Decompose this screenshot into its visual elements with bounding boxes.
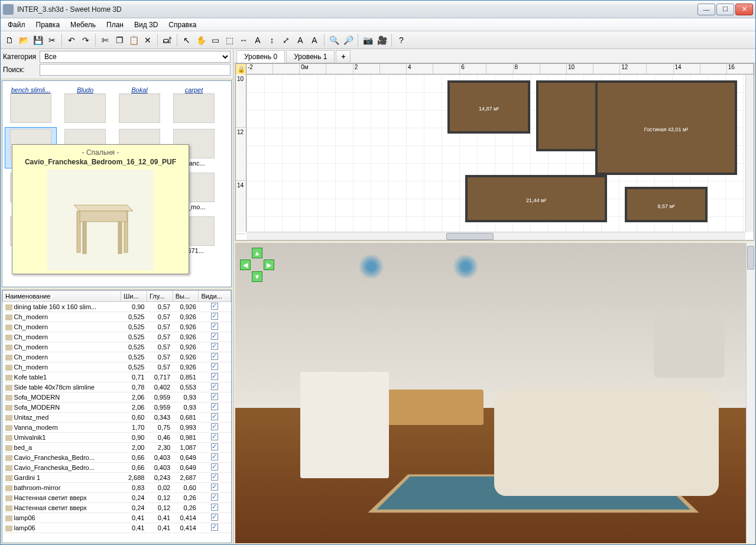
furniture-row[interactable]: Ch_modern0,5250,570,926 [3, 322, 231, 332]
dim2-icon[interactable]: ↕ [265, 34, 278, 47]
visibility-checkbox[interactable] [211, 504, 218, 511]
level-tab[interactable]: Уровень 0 [236, 50, 285, 63]
visibility-checkbox[interactable] [211, 313, 218, 320]
furniture-row[interactable]: dining table 160 x 160 slim...0,900,570,… [3, 302, 231, 312]
3d-view[interactable]: ▲ ▼ ◀ ▶ [235, 243, 754, 543]
3d-scrollbar-v[interactable] [746, 243, 754, 543]
maximize-button[interactable]: ☐ [716, 4, 734, 15]
visibility-checkbox[interactable] [211, 353, 218, 360]
menu-мебель[interactable]: Мебель [66, 20, 100, 30]
menu-справка[interactable]: Справка [164, 20, 201, 30]
plan-canvas[interactable]: 14,87 м²Гостиная 42,01 м²21,44 м²8,57 м² [246, 74, 745, 232]
catalog-item[interactable]: Bokal [113, 83, 166, 125]
furniture-row[interactable]: Umivalnik10,900,460,981 [3, 433, 231, 443]
text-italic-icon[interactable]: A [308, 34, 321, 47]
plan-room[interactable]: 14,87 м² [447, 80, 530, 134]
cut-icon[interactable]: ✄ [99, 34, 112, 47]
visibility-checkbox[interactable] [211, 433, 218, 440]
visibility-checkbox[interactable] [211, 333, 218, 340]
plan-scrollbar-v[interactable] [745, 74, 754, 232]
furniture-row[interactable]: Vanna_modern1,700,750,993 [3, 423, 231, 433]
zoom-out-icon[interactable]: 🔎 [342, 34, 355, 47]
search-input[interactable] [40, 64, 231, 76]
lock-icon[interactable]: 🔒 [236, 64, 246, 74]
preferences-icon[interactable]: ✂ [46, 34, 59, 47]
menu-файл[interactable]: Файл [3, 20, 30, 30]
visibility-checkbox[interactable] [211, 403, 218, 410]
furniture-col-header[interactable]: Наименование [3, 291, 121, 302]
visibility-checkbox[interactable] [211, 473, 218, 481]
visibility-checkbox[interactable] [211, 423, 218, 430]
visibility-checkbox[interactable] [211, 514, 218, 521]
furniture-row[interactable]: Настенная светит вверх0,240,120,26 [3, 493, 231, 503]
furniture-list[interactable]: НаименованиеШи...Глу...Вы...Види... dini… [2, 290, 232, 543]
help-icon[interactable]: ? [395, 34, 408, 47]
create-dimensions-icon[interactable]: ↔ [237, 34, 250, 47]
visibility-checkbox[interactable] [211, 393, 218, 400]
plan-view[interactable]: 🔒 -20м246810121416 101214 14,87 м²Гостин… [235, 63, 754, 241]
menu-вид 3d[interactable]: Вид 3D [129, 20, 163, 30]
furniture-row[interactable]: Unitaz_med0,600,3430,681 [3, 413, 231, 423]
visibility-checkbox[interactable] [211, 524, 218, 531]
furniture-row[interactable]: Ch_modern0,5250,570,926 [3, 352, 231, 362]
furniture-row[interactable]: lamp060,410,410,414 [3, 513, 231, 523]
menu-план[interactable]: План [102, 20, 128, 30]
new-file-icon[interactable]: 🗋 [3, 34, 16, 47]
plan-room[interactable]: 8,57 м² [625, 187, 708, 222]
furniture-row[interactable]: Cavio_Francheska_Bedro...0,660,4030,649 [3, 463, 231, 473]
furniture-col-header[interactable]: Вы... [173, 291, 199, 302]
plan-room[interactable]: Гостиная 42,01 м² [595, 80, 737, 175]
furniture-row[interactable]: Ch_modern0,5250,570,926 [3, 332, 231, 342]
nav-right-button[interactable]: ▶ [264, 259, 274, 270]
furniture-row[interactable]: Sofa_MODERN2,060,9590,93 [3, 403, 231, 413]
furniture-row[interactable]: Ch_modern0,5250,570,926 [3, 342, 231, 352]
video-icon[interactable]: 🎥 [375, 34, 388, 47]
close-button[interactable]: ✕ [735, 4, 753, 15]
furniture-row[interactable]: Gardini 12,6880,2432,687 [3, 473, 231, 483]
dim3-icon[interactable]: ⤢ [280, 34, 293, 47]
create-rooms-icon[interactable]: ⬚ [223, 34, 236, 47]
furniture-col-header[interactable]: Види... [199, 291, 231, 302]
create-walls-icon[interactable]: ▭ [209, 34, 222, 47]
undo-icon[interactable]: ↶ [65, 34, 78, 47]
visibility-checkbox[interactable] [211, 413, 218, 420]
visibility-checkbox[interactable] [211, 323, 218, 330]
redo-icon[interactable]: ↷ [79, 34, 92, 47]
furniture-row[interactable]: bed_a2,002,301,087 [3, 443, 231, 453]
text-bold-icon[interactable]: A [294, 34, 307, 47]
furniture-row[interactable]: Kofe table10,710,7170,851 [3, 372, 231, 382]
furniture-row[interactable]: Cavio_Francheska_Bedro...0,660,4030,649 [3, 453, 231, 463]
furniture-row[interactable]: bathroom-mirror0,830,020,60 [3, 483, 231, 493]
furniture-catalog[interactable]: bench slimli...BludoBokalcarpetCa...Fran… [2, 80, 232, 287]
pan-icon[interactable]: ✋ [194, 34, 207, 47]
furniture-row[interactable]: Настенная светит вверх0,240,120,26 [3, 503, 231, 513]
furniture-row[interactable]: Ch_modern0,5250,570,926 [3, 362, 231, 372]
plan-scrollbar-h[interactable] [246, 232, 745, 240]
catalog-item[interactable]: Bludo [59, 83, 111, 125]
create-text-icon[interactable]: A [251, 34, 264, 47]
open-icon[interactable]: 📂 [17, 34, 30, 47]
visibility-checkbox[interactable] [211, 484, 218, 491]
select-icon[interactable]: ↖ [180, 34, 193, 47]
nav-left-button[interactable]: ◀ [240, 259, 251, 270]
level-tab[interactable]: Уровень 1 [286, 50, 335, 63]
photo-icon[interactable]: 📷 [361, 34, 374, 47]
plan-room[interactable]: 21,44 м² [465, 175, 607, 222]
copy-icon[interactable]: ❐ [113, 34, 126, 47]
nav-down-button[interactable]: ▼ [252, 271, 262, 282]
furniture-row[interactable]: Ch_modern0,5250,570,926 [3, 312, 231, 322]
add-furniture-icon[interactable]: 🛋 [161, 34, 174, 47]
menu-правка[interactable]: Правка [31, 20, 65, 30]
visibility-checkbox[interactable] [211, 494, 218, 501]
zoom-in-icon[interactable]: 🔍 [327, 34, 340, 47]
paste-icon[interactable]: 📋 [127, 34, 140, 47]
nav-up-button[interactable]: ▲ [252, 248, 262, 258]
delete-icon[interactable]: ✕ [141, 34, 154, 47]
save-icon[interactable]: 💾 [31, 34, 44, 47]
catalog-item[interactable]: carpet [168, 83, 220, 125]
visibility-checkbox[interactable] [211, 303, 218, 310]
category-select[interactable]: Все [40, 51, 231, 63]
visibility-checkbox[interactable] [211, 383, 218, 390]
furniture-row[interactable]: Sofa_MODERN2,060,9590,93 [3, 392, 231, 403]
minimize-button[interactable]: — [697, 4, 715, 15]
